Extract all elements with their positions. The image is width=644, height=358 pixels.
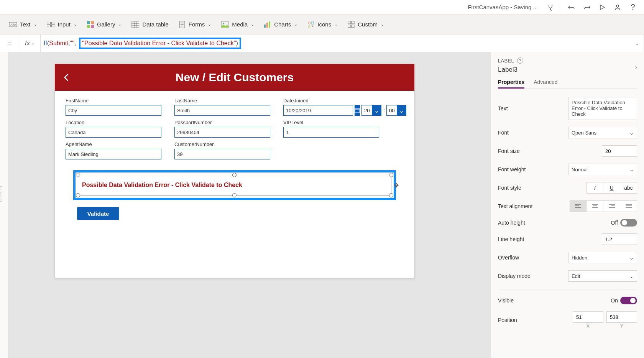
ribbon-text[interactable]: Abc Text⌄ (9, 21, 37, 28)
custom-icon (348, 21, 355, 28)
fontweight-select[interactable]: Normal⌄ (568, 164, 637, 175)
tab-properties[interactable]: Properties (498, 79, 524, 89)
svg-point-0 (616, 5, 619, 7)
selected-label-container[interactable]: Possible Data Validation Error - Click V… (73, 170, 396, 200)
ribbon-icons[interactable]: + Icons⌄ (307, 21, 338, 28)
position-x-input[interactable] (573, 311, 603, 323)
validation-label[interactable]: Possible Data Validation Error - Click V… (78, 175, 391, 195)
prop-visible: Visible On (498, 293, 637, 308)
position-y-input[interactable] (606, 311, 637, 323)
svg-rect-23 (355, 108, 360, 113)
undo-icon[interactable] (565, 2, 578, 13)
ribbon-custom[interactable]: Custom⌄ (348, 21, 384, 28)
play-icon[interactable] (596, 2, 609, 13)
redo-icon[interactable] (580, 2, 593, 13)
property-selector[interactable]: = (0, 34, 19, 52)
ribbon-input[interactable]: Input⌄ (47, 21, 77, 28)
passport-input[interactable] (174, 127, 270, 138)
ribbon-datatable[interactable]: Data table (131, 21, 168, 28)
field-viplevel: VIPLevel (283, 120, 379, 138)
prop-overflow: Overflow Hidden⌄ (498, 248, 637, 267)
datatable-icon (131, 21, 139, 28)
back-button[interactable] (55, 72, 78, 82)
prop-lineheight: Line height (498, 230, 637, 248)
ribbon: Abc Text⌄ Input⌄ Gallery⌄ Data table For… (0, 15, 644, 34)
control-name[interactable]: Label3 (498, 66, 637, 74)
user-icon[interactable] (611, 2, 624, 13)
field-datejoined: DateJoined 20⌄ : 00⌄ (283, 98, 379, 116)
help-icon[interactable]: ? (626, 2, 639, 13)
align-right-button[interactable] (603, 200, 620, 212)
chevron-down-icon: ⌄ (397, 105, 406, 115)
location-input[interactable] (66, 127, 161, 138)
validate-button[interactable]: Validate (77, 207, 119, 220)
formula-input[interactable]: If(Submit, "", "Possible Data Validation… (41, 34, 644, 52)
displaymode-select[interactable]: Edit⌄ (568, 270, 637, 282)
strike-button[interactable]: abc (620, 182, 637, 194)
left-rail (0, 52, 8, 358)
prop-textalign: Text alignment (498, 197, 637, 215)
viplevel-input[interactable] (283, 127, 379, 138)
chevron-down-icon: ⌄ (629, 167, 634, 172)
minute-dropdown[interactable]: 00⌄ (386, 105, 406, 116)
field-firstname: FirstName (66, 98, 161, 116)
lineheight-input[interactable] (602, 233, 637, 245)
ribbon-media[interactable]: Media⌄ (221, 21, 254, 28)
font-select[interactable]: Open Sans⌄ (568, 127, 637, 138)
diagnostics-icon[interactable] (544, 2, 557, 13)
field-lastname: LastName (174, 98, 270, 116)
agentname-input[interactable] (66, 149, 161, 159)
canvas-wrap: New / Edit Customers FirstName LastName … (8, 52, 491, 358)
field-passport: PassportNumber (174, 120, 270, 138)
tab-advanced[interactable]: Advanced (534, 79, 557, 89)
autoheight-toggle[interactable] (620, 219, 637, 227)
app-title: FirstCanvasApp - Saving ... (468, 4, 538, 10)
screen-header: New / Edit Customers (55, 64, 414, 91)
underline-button[interactable]: U (603, 182, 620, 194)
info-icon[interactable]: ? (517, 57, 523, 64)
move-icon[interactable]: ✥ (394, 182, 399, 189)
app-canvas[interactable]: New / Edit Customers FirstName LastName … (54, 64, 415, 278)
formula-expand-icon[interactable]: ⌄ (635, 41, 639, 46)
prop-text: Text (498, 94, 637, 123)
svg-point-12 (223, 23, 224, 24)
rail-handle[interactable] (0, 186, 2, 202)
visible-toggle[interactable] (620, 297, 637, 304)
svg-rect-8 (91, 25, 94, 28)
customernumber-input[interactable] (174, 149, 270, 159)
fx-button[interactable]: fx ⌄ (19, 34, 41, 52)
prop-autoheight: Auto height Off (498, 215, 637, 230)
main-area: New / Edit Customers FirstName LastName … (0, 52, 644, 358)
hour-dropdown[interactable]: 20⌄ (361, 105, 381, 116)
title-bar: FirstCanvasApp - Saving ... ? (0, 0, 644, 15)
icons-icon: + (307, 21, 314, 28)
ribbon-forms[interactable]: Forms⌄ (179, 21, 212, 28)
overflow-select[interactable]: Hidden⌄ (568, 252, 637, 263)
svg-point-3 (50, 22, 52, 24)
lastname-input[interactable] (174, 105, 270, 116)
svg-rect-20 (352, 21, 354, 24)
svg-rect-6 (91, 21, 94, 24)
properties-panel: LABEL ? › Label3 Properties Advanced Tex… (491, 52, 644, 358)
svg-point-16 (308, 22, 310, 24)
ribbon-gallery[interactable]: Gallery⌄ (87, 21, 122, 28)
align-left-button[interactable] (570, 200, 586, 212)
calendar-icon[interactable] (355, 105, 360, 116)
italic-button[interactable]: I (586, 182, 603, 194)
align-center-button[interactable] (586, 200, 603, 212)
prop-displaymode: Display mode Edit⌄ (498, 267, 637, 285)
fontsize-input[interactable] (602, 145, 637, 157)
text-value-input[interactable] (568, 97, 637, 120)
chevron-down-icon: ⌄ (372, 105, 381, 115)
chevron-down-icon: ⌄ (629, 255, 634, 261)
screen-title: New / Edit Customers (78, 71, 414, 84)
panel-expand-icon[interactable]: › (635, 64, 637, 71)
datejoined-input[interactable] (283, 105, 353, 116)
svg-rect-9 (131, 21, 139, 28)
align-justify-button[interactable] (620, 200, 637, 212)
ribbon-charts[interactable]: Charts⌄ (264, 21, 297, 28)
svg-rect-22 (352, 25, 354, 28)
prop-fontsize: Font size (498, 142, 637, 160)
firstname-input[interactable] (66, 105, 161, 116)
chevron-down-icon: ⌄ (629, 130, 634, 136)
